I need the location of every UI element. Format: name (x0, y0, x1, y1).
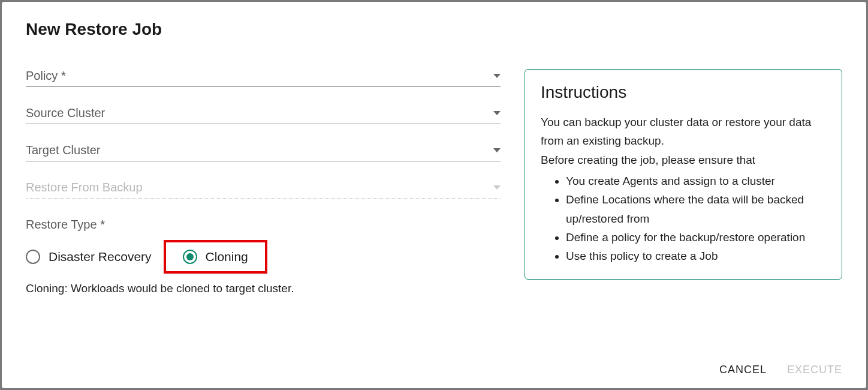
radio-label: Disaster Recovery (49, 250, 152, 264)
radio-label: Cloning (206, 250, 248, 264)
caret-down-icon (493, 111, 501, 115)
restore-type-label: Restore Type * (26, 218, 501, 232)
restore-from-backup-select: Restore From Backup (26, 181, 501, 199)
source-cluster-select[interactable]: Source Cluster (26, 106, 501, 124)
dialog-footer: CANCEL EXECUTE (26, 352, 842, 376)
instructions-text-2: Before creating the job, please ensure t… (541, 151, 826, 169)
list-item: Use this policy to create a Job (566, 247, 826, 265)
target-cluster-label: Target Cluster (26, 143, 101, 157)
restore-type-radio-group: Disaster Recovery Cloning (26, 240, 501, 274)
radio-inner-icon (186, 253, 194, 260)
content-row: Policy * Source Cluster Target Cluster R… (26, 69, 842, 352)
instructions-panel: Instructions You can backup your cluster… (525, 69, 842, 280)
instructions-text-1: You can backup your cluster data or rest… (541, 113, 826, 151)
source-cluster-label: Source Cluster (26, 106, 105, 120)
cancel-button[interactable]: CANCEL (719, 364, 767, 376)
list-item: You create Agents and assign to a cluste… (566, 172, 826, 190)
target-cluster-select[interactable]: Target Cluster (26, 143, 501, 161)
list-item: Define a policy for the backup/restore o… (566, 228, 826, 247)
new-restore-job-dialog: New Restore Job Policy * Source Cluster … (2, 2, 866, 388)
execute-button: EXECUTE (787, 364, 842, 376)
radio-icon (26, 250, 40, 264)
caret-down-icon (493, 148, 501, 152)
dialog-title: New Restore Job (26, 20, 842, 39)
restore-from-backup-label: Restore From Backup (26, 181, 143, 194)
instructions-list: You create Agents and assign to a cluste… (541, 172, 826, 266)
radio-icon (183, 250, 197, 264)
instructions-title: Instructions (541, 83, 826, 102)
caret-down-icon (493, 74, 501, 78)
list-item: Define Locations where the data will be … (566, 190, 826, 228)
form-column: Policy * Source Cluster Target Cluster R… (26, 69, 501, 352)
policy-label: Policy * (26, 69, 66, 83)
policy-select[interactable]: Policy * (26, 69, 501, 87)
restore-type-section: Restore Type * Disaster Recovery Cloning (26, 218, 501, 295)
restore-type-description: Cloning: Workloads would be cloned to ta… (26, 282, 501, 295)
radio-cloning[interactable]: Cloning (183, 250, 248, 264)
caret-down-icon (493, 185, 501, 190)
radio-disaster-recovery[interactable]: Disaster Recovery (26, 250, 152, 264)
cloning-highlight: Cloning (164, 240, 267, 274)
